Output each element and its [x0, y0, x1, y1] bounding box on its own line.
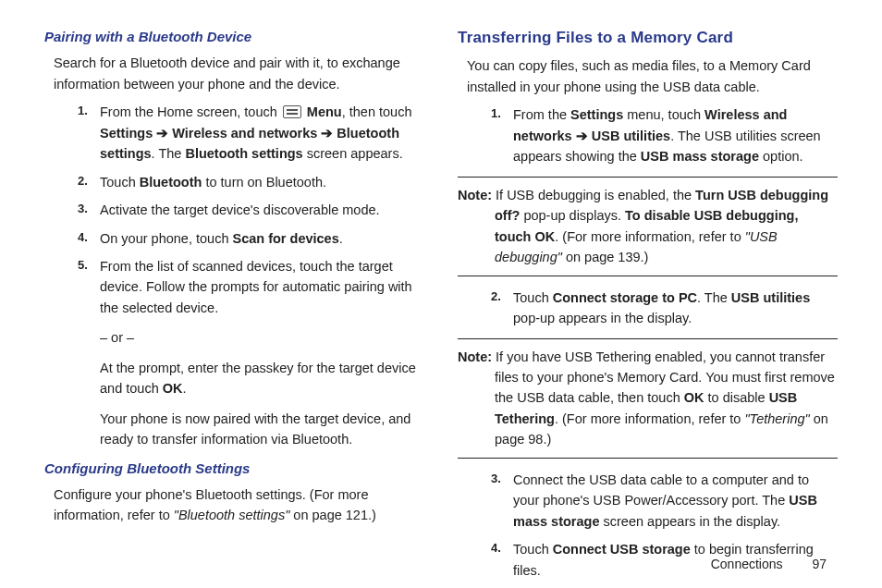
bold: USB utilities: [731, 290, 810, 305]
pairing-step-1: From the Home screen, touch Menu, then t…: [78, 102, 424, 164]
text: Touch: [100, 175, 140, 190]
text: on page 139.): [562, 250, 649, 264]
text: .: [339, 231, 343, 246]
arrow-icon: ➔: [317, 126, 337, 141]
text: If USB debugging is enabled, the: [496, 188, 695, 202]
text: . The: [697, 290, 731, 305]
left-column: Pairing with a Bluetooth Device Search f…: [44, 26, 424, 579]
bold: USB utilities: [592, 129, 670, 143]
text: option.: [759, 149, 803, 164]
text: . (For more information, refer to: [555, 411, 744, 426]
text: screen appears in the display.: [600, 514, 781, 529]
transfer-steps-a: From the Settings menu, touch Wireless a…: [458, 104, 838, 166]
bold: OK: [163, 381, 183, 396]
bold: Wireless and networks: [172, 126, 317, 141]
note-label: Note:: [458, 347, 492, 367]
note-body: If USB debugging is enabled, the Turn US…: [495, 185, 838, 268]
bold: Connect storage to PC: [553, 290, 697, 305]
section-name: Connections: [711, 557, 783, 571]
text: Connect the USB data cable to a computer…: [513, 472, 809, 508]
cross-ref: "Bluetooth settings": [174, 508, 290, 522]
bold: Scan for devices: [233, 231, 339, 246]
bold: USB mass storage: [641, 149, 759, 164]
text: screen appears.: [303, 146, 403, 161]
config-intro: Configure your phone's Bluetooth setting…: [54, 484, 424, 526]
text: Activate the target device's discoverabl…: [100, 202, 380, 217]
bold: Settings: [570, 107, 623, 122]
text: pop-up appears in the display.: [513, 311, 692, 325]
text: pop-up displays.: [520, 208, 625, 223]
text: on page 121.): [289, 508, 376, 522]
pairing-step-3: Activate the target device's discoverabl…: [78, 200, 424, 220]
pairing-intro: Search for a Bluetooth device and pair w…: [54, 53, 424, 94]
pairing-step-2: Touch Bluetooth to turn on Bluetooth.: [78, 172, 424, 192]
text: to turn on Bluetooth.: [202, 175, 326, 190]
pairing-steps: From the Home screen, touch Menu, then t…: [44, 102, 424, 450]
note-body: If you have USB Tethering enabled, you c…: [495, 347, 838, 450]
transfer-step-3: Connect the USB data cable to a computer…: [491, 470, 838, 532]
text: to disable: [704, 390, 769, 405]
heading-pairing: Pairing with a Bluetooth Device: [44, 26, 424, 47]
pairing-step-4: On your phone, touch Scan for devices.: [78, 228, 424, 249]
page-number: 97: [812, 557, 827, 571]
text: From the: [513, 107, 570, 122]
menu-icon: [283, 105, 301, 118]
text: On your phone, touch: [100, 231, 233, 246]
note-block-1: Note: If USB debugging is enabled, the T…: [458, 177, 838, 276]
arrow-icon: ➔: [153, 126, 172, 141]
text: menu, touch: [623, 107, 704, 122]
pairing-step-5: From the list of scanned devices, touch …: [78, 256, 424, 450]
heading-transfer: Transferring Files to a Memory Card: [458, 26, 838, 50]
page-footer: Connections 97: [0, 555, 882, 575]
transfer-intro: You can copy files, such as media files,…: [467, 55, 838, 97]
bold: Settings: [100, 126, 153, 141]
transfer-step-2: Touch Connect storage to PC. The USB uti…: [491, 288, 838, 329]
heading-config: Configuring Bluetooth Settings: [44, 458, 424, 479]
text: From the Home screen, touch: [100, 104, 281, 119]
sub-step: Your phone is now paired with the target…: [100, 409, 424, 450]
note-label: Note:: [458, 185, 492, 205]
sub-step: At the prompt, enter the passkey for the…: [100, 358, 424, 399]
bold: Bluetooth settings: [185, 146, 302, 161]
text: . (For more information, refer to: [555, 229, 744, 244]
or-divider: – or –: [100, 327, 424, 348]
text: .: [182, 381, 186, 396]
transfer-steps-b: Touch Connect storage to PC. The USB uti…: [458, 288, 838, 329]
arrow-icon: ➔: [572, 129, 592, 143]
right-column: Transferring Files to a Memory Card You …: [458, 26, 838, 579]
note-block-2: Note: If you have USB Tethering enabled,…: [458, 338, 838, 459]
transfer-step-1: From the Settings menu, touch Wireless a…: [491, 104, 838, 166]
text: . The: [152, 146, 186, 161]
text: Touch: [513, 290, 553, 305]
bold: Menu: [307, 104, 342, 119]
text: , then touch: [342, 104, 412, 119]
text: At the prompt, enter the passkey for the…: [100, 361, 416, 396]
manual-page: Pairing with a Bluetooth Device Search f…: [0, 0, 882, 588]
bold: Bluetooth: [140, 175, 202, 190]
bold: OK: [684, 390, 704, 405]
cross-ref: "Tethering": [744, 411, 809, 426]
text: From the list of scanned devices, touch …: [100, 259, 412, 315]
